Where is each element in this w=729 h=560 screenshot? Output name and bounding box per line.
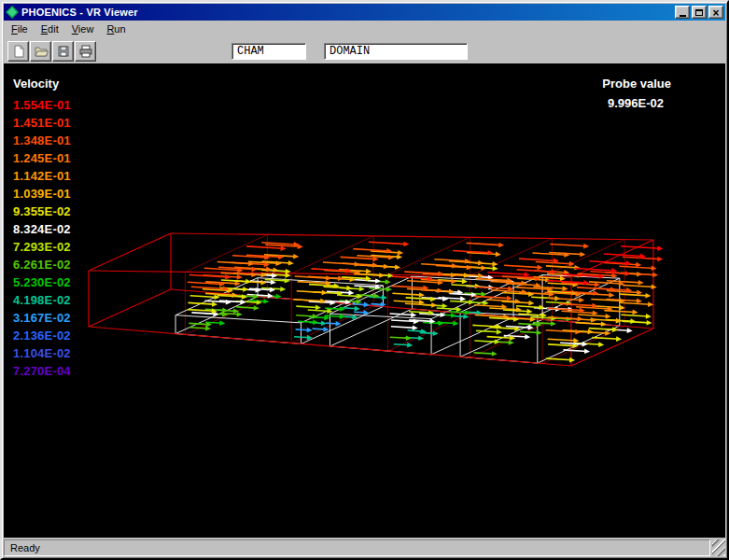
menu-item-edit[interactable]: Edit — [35, 21, 65, 37]
viewport[interactable]: Velocity 1.554E-011.451E-011.348E-011.24… — [4, 63, 725, 538]
open-folder-icon — [34, 44, 49, 59]
title-bar: PHOENICS - VR Viewer — [4, 4, 725, 21]
new-button[interactable] — [7, 41, 29, 62]
legend-entry: 7.270E-04 — [13, 362, 71, 380]
app-icon — [6, 6, 19, 19]
probe-readout: Probe value 9.996E-02 — [602, 77, 671, 110]
maximize-button[interactable] — [692, 6, 707, 19]
new-file-icon — [11, 44, 26, 59]
print-button[interactable] — [75, 41, 96, 62]
menu-item-run[interactable]: Run — [100, 21, 132, 37]
legend: Velocity 1.554E-011.451E-011.348E-011.24… — [13, 77, 71, 380]
minimize-button[interactable] — [675, 6, 690, 19]
save-icon — [56, 44, 71, 59]
legend-entry: 1.348E-01 — [13, 132, 71, 149]
legend-entry: 1.245E-01 — [13, 149, 71, 167]
legend-entry: 6.261E-02 — [13, 256, 71, 273]
scene-svg[interactable] — [4, 63, 725, 538]
resize-grip[interactable] — [712, 539, 725, 556]
legend-entry: 1.451E-01 — [13, 114, 71, 132]
legend-entry: 8.324E-02 — [13, 220, 71, 238]
legend-title: Velocity — [13, 77, 71, 91]
status-panel: Ready — [4, 539, 710, 556]
probe-value: 9.996E-02 — [602, 96, 671, 110]
minimize-icon — [680, 15, 686, 17]
save-button[interactable] — [52, 41, 74, 62]
maximize-icon — [695, 9, 703, 16]
legend-entry: 4.198E-02 — [13, 291, 71, 309]
legend-entry: 7.293E-02 — [13, 238, 71, 256]
legend-entry: 1.039E-01 — [13, 185, 71, 203]
legend-entries: 1.554E-011.451E-011.348E-011.245E-011.14… — [13, 96, 71, 380]
cham-field[interactable]: CHAM — [231, 43, 306, 60]
legend-entry: 3.167E-02 — [13, 309, 71, 327]
legend-entry: 9.355E-02 — [13, 203, 71, 220]
open-button[interactable] — [30, 41, 51, 62]
probe-label: Probe value — [602, 77, 671, 91]
toolbar: CHAM DOMAIN — [4, 38, 725, 63]
window-controls — [675, 6, 723, 19]
legend-entry: 1.142E-01 — [13, 167, 71, 185]
application-window: PHOENICS - VR Viewer File Edit View Run — [0, 0, 729, 560]
close-icon — [712, 6, 719, 20]
window-title: PHOENICS - VR Viewer — [21, 7, 672, 18]
print-icon — [78, 44, 93, 59]
status-text: Ready — [10, 542, 40, 553]
status-bar: Ready — [4, 538, 725, 556]
legend-entry: 5.230E-02 — [13, 273, 71, 291]
menu-item-view[interactable]: View — [65, 21, 101, 37]
legend-entry: 1.104E-02 — [13, 344, 71, 362]
legend-entry: 1.554E-01 — [13, 96, 71, 114]
legend-entry: 2.136E-02 — [13, 327, 71, 344]
menu-bar: File Edit View Run — [4, 21, 725, 38]
menu-item-file[interactable]: File — [5, 21, 35, 37]
domain-field[interactable]: DOMAIN — [324, 43, 468, 60]
close-button[interactable] — [708, 6, 723, 19]
